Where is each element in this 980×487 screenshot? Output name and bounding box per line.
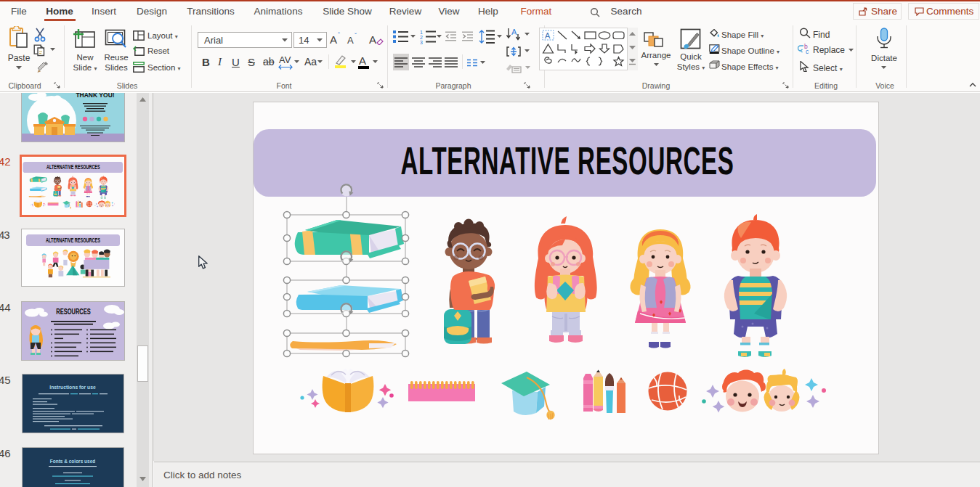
svg-text:THANK YOU!: THANK YOU! (76, 93, 114, 99)
svg-text:3: 3 (420, 40, 423, 45)
svg-text:RESOURCES: RESOURCES (56, 306, 90, 316)
svg-text:1: 1 (420, 30, 423, 35)
svg-text:Fonts & colors used: Fonts & colors used (50, 459, 96, 464)
svg-text:A: A (511, 28, 517, 36)
svg-text:Instructions for use: Instructions for use (49, 385, 96, 390)
svg-text:c: c (806, 48, 809, 54)
svg-text:2: 2 (420, 35, 423, 40)
svg-text:ALTERNATIVE RESOURCES: ALTERNATIVE RESOURCES (46, 237, 100, 245)
svg-text:A: A (545, 31, 551, 40)
